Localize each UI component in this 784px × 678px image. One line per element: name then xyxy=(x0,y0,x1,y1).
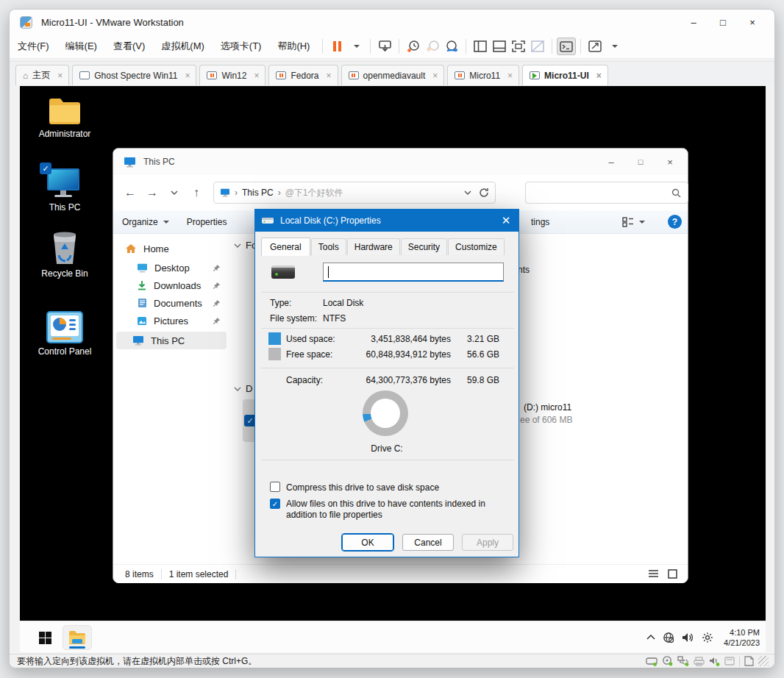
up-icon[interactable]: ↑ xyxy=(185,182,207,204)
tab-close-icon[interactable]: × xyxy=(507,71,513,81)
sidebar-item-home[interactable]: Home xyxy=(116,240,227,257)
desktop-icon-this-pc[interactable]: ✓ This PC xyxy=(33,167,96,213)
vmware-minimize-button[interactable]: – xyxy=(679,12,708,32)
network-globe-icon[interactable] xyxy=(663,632,674,643)
fullscreen-icon[interactable] xyxy=(509,38,528,55)
properties-button[interactable]: Properties xyxy=(178,217,236,227)
index-checkbox-label[interactable]: Allow files on this drive to have conten… xyxy=(286,499,501,521)
console-view-button[interactable] xyxy=(557,38,576,55)
forward-icon[interactable]: → xyxy=(141,182,163,204)
view-options-button[interactable] xyxy=(613,217,654,227)
show-thumbnails-icon[interactable] xyxy=(490,38,509,55)
explorer-close-button[interactable]: × xyxy=(655,151,685,172)
tab-close-icon[interactable]: × xyxy=(57,71,63,81)
menu-vm[interactable]: 虚拟机(M) xyxy=(153,35,213,57)
pause-vm-button[interactable] xyxy=(327,38,346,55)
tab-security[interactable]: Security xyxy=(401,238,447,255)
explorer-maximize-button[interactable]: □ xyxy=(626,151,655,172)
settings-gear-icon[interactable] xyxy=(702,632,713,643)
search-input[interactable] xyxy=(526,182,671,203)
printer-device-icon[interactable] xyxy=(694,657,705,666)
menu-tabs[interactable]: 选项卡(T) xyxy=(213,35,270,57)
sidebar-item-documents[interactable]: Documents xyxy=(116,294,227,312)
apply-button[interactable]: Apply xyxy=(462,534,513,551)
tab-micro11[interactable]: Micro11× xyxy=(447,65,519,85)
address-bar[interactable]: › This PC › @下1个好软件 xyxy=(213,182,496,204)
fit-guest-icon[interactable] xyxy=(585,38,605,55)
fit-dropdown-caret[interactable] xyxy=(605,38,624,55)
drive-d-name[interactable]: (D:) micro11 xyxy=(524,402,571,413)
devices-section-header[interactable]: D xyxy=(234,383,252,394)
search-box[interactable] xyxy=(525,182,688,204)
dialog-close-icon[interactable]: ✕ xyxy=(493,210,518,232)
menu-file[interactable]: 文件(F) xyxy=(10,35,57,57)
back-icon[interactable]: ← xyxy=(119,182,141,204)
help-icon: ? xyxy=(668,215,682,229)
tab-close-icon[interactable]: × xyxy=(254,71,259,81)
pause-dropdown-caret[interactable] xyxy=(346,38,366,55)
explorer-minimize-button[interactable]: – xyxy=(596,151,626,172)
tab-tools[interactable]: Tools xyxy=(311,238,346,255)
sidebar-item-desktop[interactable]: Desktop xyxy=(116,259,227,276)
tab-close-icon[interactable]: × xyxy=(327,71,332,81)
sound-device-icon[interactable] xyxy=(709,657,720,666)
harddisk-device-icon[interactable] xyxy=(646,657,658,666)
tab-openmediavault[interactable]: openmediavault× xyxy=(341,65,445,85)
tab-home[interactable]: ⌂ 主页× xyxy=(15,65,69,85)
help-button[interactable]: ? xyxy=(659,215,691,229)
show-library-icon[interactable] xyxy=(471,38,490,55)
tab-close-icon[interactable]: × xyxy=(596,71,602,81)
ok-button[interactable]: OK xyxy=(342,534,393,551)
tab-hardware[interactable]: Hardware xyxy=(347,238,400,255)
address-dropdown-icon[interactable] xyxy=(464,190,471,195)
tab-close-icon[interactable]: × xyxy=(185,71,190,81)
menu-help[interactable]: 帮助(H) xyxy=(269,35,318,57)
compress-checkbox-label[interactable]: Compress this drive to save disk space xyxy=(286,482,439,493)
desktop-icon-administrator[interactable]: Administrator xyxy=(33,96,96,139)
organize-button[interactable]: Organize xyxy=(113,217,178,227)
sidebar-item-downloads[interactable]: Downloads xyxy=(116,276,227,294)
folders-section-header[interactable]: Fo xyxy=(234,240,257,251)
desktop-icon-recycle-bin[interactable]: Recycle Bin xyxy=(33,230,96,279)
resize-grip[interactable] xyxy=(758,656,769,666)
sidebar-item-this-pc[interactable]: This PC xyxy=(116,332,227,349)
toolbar-partial-label[interactable]: tings xyxy=(522,217,558,227)
desktop-icon-control-panel[interactable]: Control Panel xyxy=(33,311,96,357)
menu-edit[interactable]: 编辑(E) xyxy=(57,35,105,57)
history-chevron-icon[interactable] xyxy=(163,182,185,204)
details-view-icon[interactable] xyxy=(648,569,659,578)
vmware-close-button[interactable]: × xyxy=(738,12,767,32)
tab-ghost-spectre-win11[interactable]: Ghost Spectre Win11× xyxy=(72,65,196,85)
refresh-icon[interactable] xyxy=(479,188,489,198)
usb-device-icon[interactable] xyxy=(724,657,735,665)
volume-label-input[interactable] xyxy=(323,263,504,282)
tab-close-icon[interactable]: × xyxy=(432,71,438,81)
compress-checkbox[interactable] xyxy=(270,482,280,492)
unity-mode-icon[interactable] xyxy=(528,38,547,55)
large-icons-view-icon[interactable] xyxy=(668,569,677,579)
take-snapshot-icon[interactable] xyxy=(404,38,423,55)
send-ctrl-alt-del-icon[interactable] xyxy=(375,38,394,55)
taskbar-explorer-button[interactable] xyxy=(63,625,92,650)
sidebar-item-pictures[interactable]: Pictures xyxy=(116,312,227,329)
tab-win12[interactable]: Win12× xyxy=(199,65,266,85)
taskbar-clock[interactable]: 4:10 PM 4/21/2023 xyxy=(724,627,760,648)
menu-view[interactable]: 查看(V) xyxy=(105,35,153,57)
tab-micro11-ui[interactable]: Micro11-UI× xyxy=(522,65,608,85)
vmware-maximize-button[interactable]: □ xyxy=(708,12,738,32)
index-checkbox[interactable]: ✓ xyxy=(270,499,280,509)
cdrom-device-icon[interactable] xyxy=(662,656,673,666)
manage-snapshots-icon[interactable] xyxy=(442,38,461,55)
message-log-icon[interactable] xyxy=(744,656,754,666)
volume-icon[interactable] xyxy=(682,632,694,643)
network-device-icon[interactable] xyxy=(677,656,689,666)
tab-general[interactable]: General xyxy=(261,238,310,256)
revert-snapshot-icon[interactable] xyxy=(423,38,442,55)
cancel-button[interactable]: Cancel xyxy=(402,534,454,551)
breadcrumb-this-pc[interactable]: This PC xyxy=(242,188,274,198)
chevron-up-icon[interactable] xyxy=(646,635,655,640)
tab-fedora[interactable]: Fedora× xyxy=(268,65,338,85)
items-count: 8 items xyxy=(125,569,154,579)
tab-customize[interactable]: Customize xyxy=(448,238,505,255)
start-button[interactable] xyxy=(30,625,60,650)
